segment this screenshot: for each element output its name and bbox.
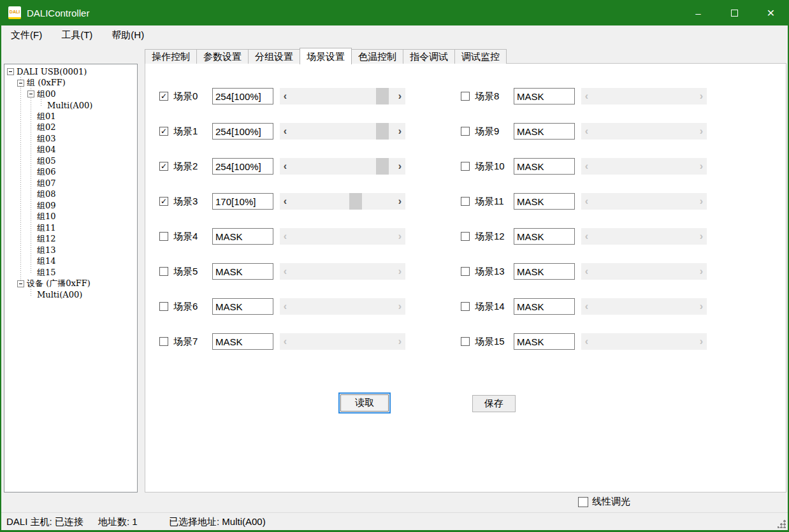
slider-left-arrow-icon[interactable]: ‹ xyxy=(280,88,291,104)
scene-checkbox[interactable] xyxy=(159,232,168,241)
tree-item[interactable]: 组07 xyxy=(4,178,137,189)
collapse-icon[interactable] xyxy=(7,68,14,75)
tree-item-label: 设备 (广播0xFF) xyxy=(27,278,90,289)
close-button[interactable]: × xyxy=(753,0,789,25)
tree-item[interactable]: 组05 xyxy=(4,155,137,167)
slider-thumb[interactable] xyxy=(349,193,362,210)
slider-thumb[interactable] xyxy=(376,123,389,140)
scene-value-input[interactable] xyxy=(212,333,273,350)
collapse-icon[interactable] xyxy=(17,280,24,287)
slider-left-arrow-icon[interactable]: ‹ xyxy=(280,193,291,210)
scene-slider[interactable]: ‹› xyxy=(280,123,405,140)
menu-item-1[interactable]: 工具(T) xyxy=(52,25,102,44)
tree-item[interactable]: 设备 (广播0xFF) xyxy=(4,278,137,290)
scene-checkbox[interactable] xyxy=(159,302,168,311)
tree-item[interactable]: 组08 xyxy=(4,189,137,201)
scene-value-input[interactable] xyxy=(514,298,575,315)
slider-thumb[interactable] xyxy=(376,158,389,175)
tree-item[interactable]: 组00 xyxy=(4,89,137,100)
slider-right-arrow-icon[interactable]: › xyxy=(394,123,405,140)
tree-item[interactable]: 组04 xyxy=(4,145,137,156)
scene-value-input[interactable] xyxy=(212,158,273,175)
minimize-button[interactable]: – xyxy=(680,0,716,25)
tree-item[interactable]: 组10 xyxy=(4,212,137,223)
scene-checkbox[interactable]: ✓ xyxy=(159,162,168,171)
slider-right-arrow-icon: › xyxy=(696,333,707,350)
scene-value-input[interactable] xyxy=(212,263,273,280)
scene-value-input[interactable] xyxy=(514,193,575,210)
scene-checkbox[interactable] xyxy=(461,337,470,346)
save-button[interactable]: 保存 xyxy=(472,395,516,412)
scene-checkbox[interactable] xyxy=(461,197,470,206)
maximize-button[interactable] xyxy=(716,0,753,25)
scene-value-input[interactable] xyxy=(212,298,273,315)
slider-left-arrow-icon: ‹ xyxy=(581,158,592,175)
app-window: DALI DALIController – × 文件(F)工具(T)帮助(H) … xyxy=(0,0,789,532)
scene-checkbox[interactable]: ✓ xyxy=(159,127,168,136)
scene-checkbox[interactable] xyxy=(159,337,168,346)
read-button[interactable]: 读取 xyxy=(340,394,389,412)
tree-item[interactable]: DALI USB(0001) xyxy=(4,66,137,78)
scene-value-input[interactable] xyxy=(212,228,273,245)
tree-item[interactable]: Multi(A00) xyxy=(4,289,137,301)
linear-dimming-checkbox[interactable] xyxy=(578,497,588,507)
scene-label: 场景13 xyxy=(470,266,514,278)
tree-item-label: 组11 xyxy=(37,222,56,234)
scene-value-input[interactable] xyxy=(212,193,273,210)
device-tree-panel[interactable]: DALI USB(0001)组 (0xFF)组00Multi(A00)组01组0… xyxy=(4,64,138,492)
scene-slider[interactable]: ‹› xyxy=(280,193,405,210)
tree-item[interactable]: 组 (0xFF) xyxy=(4,78,137,89)
menu-item-2[interactable]: 帮助(H) xyxy=(102,25,154,44)
tree-item[interactable]: 组03 xyxy=(4,133,137,145)
menu-bar: 文件(F)工具(T)帮助(H) xyxy=(1,25,788,44)
tab-4[interactable]: 色温控制 xyxy=(351,49,403,64)
tree-item[interactable]: 组09 xyxy=(4,200,137,212)
scene-slider[interactable]: ‹› xyxy=(280,88,405,104)
scene-checkbox[interactable] xyxy=(461,162,470,171)
slider-right-arrow-icon: › xyxy=(696,263,707,280)
scene-checkbox[interactable] xyxy=(159,267,168,276)
tab-2[interactable]: 分组设置 xyxy=(248,49,300,64)
tab-3[interactable]: 场景设置 xyxy=(300,48,352,64)
scene-value-input[interactable] xyxy=(514,263,575,280)
scene-checkbox[interactable]: ✓ xyxy=(159,92,168,101)
tab-6[interactable]: 调试监控 xyxy=(454,49,507,64)
tree-item[interactable]: 组15 xyxy=(4,267,137,278)
menu-item-0[interactable]: 文件(F) xyxy=(1,25,52,44)
scene-value-input[interactable] xyxy=(212,123,273,140)
collapse-icon[interactable] xyxy=(27,90,34,97)
slider-left-arrow-icon[interactable]: ‹ xyxy=(280,123,291,140)
scene-value-input[interactable] xyxy=(212,88,273,104)
tree-item[interactable]: 组11 xyxy=(4,222,137,234)
tab-0[interactable]: 操作控制 xyxy=(145,49,197,64)
slider-left-arrow-icon[interactable]: ‹ xyxy=(280,158,291,175)
scene-checkbox[interactable] xyxy=(461,232,470,241)
scene-checkbox[interactable] xyxy=(461,302,470,311)
tree-item[interactable]: 组01 xyxy=(4,111,137,122)
slider-right-arrow-icon[interactable]: › xyxy=(394,158,405,175)
scene-checkbox[interactable] xyxy=(461,127,470,136)
collapse-icon[interactable] xyxy=(17,80,24,87)
scene-checkbox[interactable] xyxy=(461,92,470,101)
tree-item[interactable]: Multi(A00) xyxy=(4,100,137,111)
scene-checkbox[interactable]: ✓ xyxy=(159,197,168,206)
scene-label: 场景8 xyxy=(470,90,514,103)
tree-item[interactable]: 组02 xyxy=(4,122,137,134)
resize-grip[interactable] xyxy=(778,520,786,528)
scene-value-input[interactable] xyxy=(514,88,575,104)
slider-thumb[interactable] xyxy=(376,88,389,104)
tree-item[interactable]: 组12 xyxy=(4,234,137,245)
scene-checkbox[interactable] xyxy=(461,267,470,276)
tab-1[interactable]: 参数设置 xyxy=(196,49,249,64)
scene-value-input[interactable] xyxy=(514,123,575,140)
tab-5[interactable]: 指令调试 xyxy=(403,49,455,64)
tree-item[interactable]: 组06 xyxy=(4,167,137,178)
scene-value-input[interactable] xyxy=(514,158,575,175)
tree-item[interactable]: 组14 xyxy=(4,256,137,268)
tree-item[interactable]: 组13 xyxy=(4,245,137,256)
slider-right-arrow-icon[interactable]: › xyxy=(394,88,405,104)
scene-slider[interactable]: ‹› xyxy=(280,158,405,175)
scene-value-input[interactable] xyxy=(514,333,575,350)
slider-right-arrow-icon[interactable]: › xyxy=(394,193,405,210)
scene-value-input[interactable] xyxy=(514,228,575,245)
